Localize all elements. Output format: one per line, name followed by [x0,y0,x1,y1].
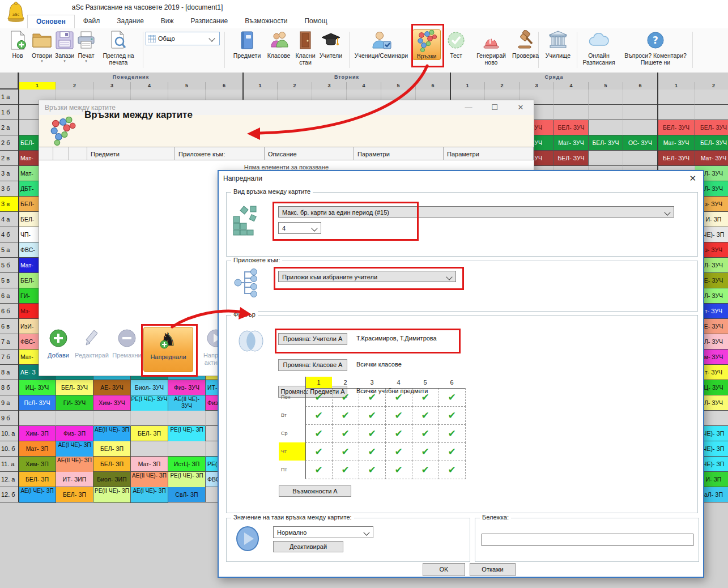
tab-3[interactable]: Виж [152,15,182,28]
timetable-lesson-card[interactable]: СвЛ- ЗП [168,487,206,502]
period-grid-cell[interactable]: ✔ [385,406,412,425]
period-grid-cell[interactable]: ✔ [332,406,359,425]
dropdown-arrow-icon[interactable]: ▾ [54,59,75,63]
period-grid-column-header[interactable]: 3 [359,377,385,388]
class-row-label[interactable]: 8 а [0,365,20,380]
period-grid-cell[interactable]: ✔ [359,406,386,425]
class-row-label[interactable]: 9 а [0,395,20,411]
minimize-button[interactable]: — [460,102,477,113]
timetable-lesson-card[interactable]: БЕЛ- ЗП [93,457,131,472]
ribbon-button-molecule[interactable]: Връзки [412,29,441,60]
period-grid-cell[interactable]: ✔ [412,406,439,425]
class-row-label[interactable]: 3 в [0,197,20,212]
class-row-label[interactable]: 4 б [0,227,20,242]
toolbar-button-minus-circle[interactable]: Премахни [110,327,143,359]
timetable-lesson-card[interactable]: Биол- ЗУЧ [131,380,168,395]
period-grid-day-label[interactable]: Пт [281,467,304,472]
cancel-button[interactable]: Откажи [470,563,516,576]
class-row-label[interactable]: 3 а [0,166,20,181]
toolbar-button-pencil[interactable]: Редактирай [74,327,109,359]
timetable-lesson-card[interactable]: БЕЛ- ЗУЧ [56,380,93,395]
class-row-label[interactable]: 6 в [0,319,20,334]
possibilities-button[interactable]: Възможности А [279,485,351,497]
class-row-label[interactable]: 8 б [0,380,20,395]
ribbon-button-bank[interactable]: Училище [542,29,574,59]
period-grid-cell[interactable]: ✔ [305,388,333,407]
period-grid-day-label[interactable]: Ср [281,431,304,436]
timetable-empty-cell[interactable] [589,151,623,166]
timetable-lesson-card[interactable]: Хим- ЗП [19,426,56,441]
period-grid-cell[interactable]: ✔ [385,442,412,461]
period-grid-cell[interactable]: ✔ [412,424,439,443]
timetable-lesson-card[interactable]: БЕЛ- ЗУЧ [554,151,589,166]
timetable-lesson-card[interactable]: АЕ(I ЧЕ)- ЗП [19,487,56,503]
timetable-lesson-card[interactable]: Мат- ЗУЧ [695,151,728,166]
ribbon-button-gavel[interactable]: Проверка [512,29,538,59]
ribbon-button-grad-cap[interactable]: Учители [317,29,344,59]
meaning-select[interactable]: Нормално [273,526,373,538]
period-grid-cell[interactable]: ✔ [438,461,466,479]
timetable-lesson-card[interactable]: АЕ- ЗУЧ [93,380,131,395]
timetable-lesson-card[interactable]: БЕЛ- ЗП [56,487,93,502]
timetable-lesson-card[interactable]: БЕЛ- ЗУЧ [554,120,589,135]
ok-button[interactable]: OK [423,563,465,576]
links-column-header[interactable]: Предмети [87,147,175,160]
period-grid-cell[interactable]: ✔ [305,406,333,425]
timetable-lesson-card[interactable]: БЕЛ- ЗУЧ [658,120,695,135]
filter-change-button[interactable]: Промяна: Класове А [278,359,347,371]
timetable-lesson-card[interactable]: РЕ(I ЧЕ)- ЗУЧ [131,395,168,411]
timetable-lesson-card[interactable]: Хим- ЗП [19,457,56,472]
timetable-empty-cell[interactable] [623,151,658,166]
period-grid-column-header[interactable]: 4 [385,377,412,388]
tab-5[interactable]: Възможности [236,15,296,28]
timetable-empty-cell[interactable] [168,411,206,426]
ribbon-button-book[interactable]: Предмети [230,29,264,59]
ribbon-button-folder[interactable]: Отвори▾ [31,29,53,63]
class-row-label[interactable]: 10. а [0,426,20,441]
timetable-lesson-card[interactable]: АЕ(I ЧЕ)- ЗП [56,441,93,457]
deactivate-button[interactable]: Деактивирай [273,541,343,552]
maximize-button[interactable]: ☐ [486,102,503,113]
period-grid-cell[interactable]: ✔ [359,442,386,461]
period-grid-cell[interactable]: ✔ [438,406,466,425]
timetable-empty-cell[interactable] [658,90,695,105]
period-grid-cell[interactable]: ✔ [412,442,439,461]
period-grid-cell[interactable]: ✔ [332,388,359,407]
timetable-empty-cell[interactable] [93,411,131,426]
timetable-empty-cell[interactable] [695,105,728,120]
period-grid-cell[interactable]: ✔ [359,424,386,443]
ribbon-button-printer[interactable]: Печат▾ [76,29,96,63]
class-row-label[interactable]: 12. а [0,472,20,487]
timetable-lesson-card[interactable]: АЕ(I ЧЕ)- ЗП [131,487,168,503]
timetable-lesson-card[interactable]: БЕЛ- ЗП [93,441,131,457]
period-grid-cell[interactable]: ✔ [359,461,386,479]
class-row-label[interactable]: 5 б [0,258,20,273]
ribbon-button-check-seal[interactable]: Тест [443,29,469,59]
tab-4[interactable]: Разписание [182,15,237,28]
timetable-lesson-card[interactable]: АЕ(II ЧЕ)- ЗП [131,472,168,488]
class-row-label[interactable]: 12. б [0,487,20,502]
timetable-lesson-card[interactable]: ИЦ- ЗУЧ [19,380,56,395]
dropdown-arrow-icon[interactable]: ▾ [76,59,96,63]
timetable-lesson-card[interactable]: АЕ(II ЧЕ)- ЗП [93,426,131,442]
view-select[interactable]: Общо [146,32,220,45]
period-grid-day-label[interactable]: Чт [281,449,304,454]
timetable-lesson-card[interactable]: БЕЛ- ЗУЧ [658,151,695,166]
period-grid-cell[interactable]: ✔ [305,442,333,461]
timetable-empty-cell[interactable] [658,105,695,120]
timetable-lesson-card[interactable]: Биол- ЗИП [93,472,131,487]
class-row-label[interactable]: 7 б [0,350,20,365]
period-grid-cell[interactable]: ✔ [305,424,333,443]
timetable-lesson-card[interactable]: РЕ(II ЧЕ)- ЗП [93,487,131,503]
period-grid-day-label[interactable]: Пон [281,394,304,400]
class-row-label[interactable]: 1 а [0,90,20,105]
period-grid-cell[interactable]: ✔ [359,388,386,407]
class-row-label[interactable]: 5 а [0,242,20,258]
class-row-label[interactable]: 11. а [0,457,20,472]
tab-main[interactable]: Основен [27,15,75,28]
links-column-header[interactable]: Параметри [444,147,534,160]
class-row-label[interactable]: 2 а [0,120,20,135]
class-row-label[interactable]: 9 б [0,411,20,426]
period-grid-cell[interactable]: ✔ [385,388,412,407]
timetable-lesson-card[interactable]: БЕЛ- ЗП [131,426,168,441]
